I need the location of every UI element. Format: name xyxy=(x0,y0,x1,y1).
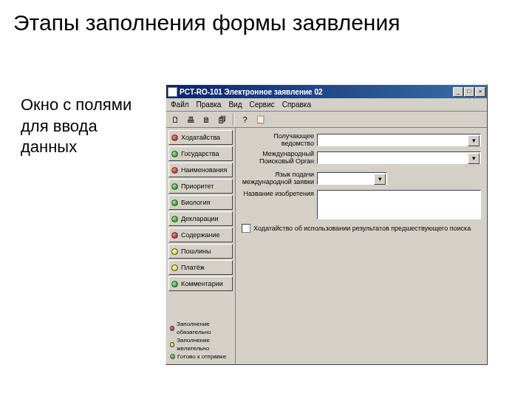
tab-label: Наименования xyxy=(181,166,227,174)
app-window: PCT-RO-101 Электронное заявление 02 _ □ … xyxy=(166,84,488,365)
menu-help[interactable]: Справка xyxy=(282,100,311,109)
legend-dot-icon xyxy=(170,326,174,331)
titlebar: PCT-RO-101 Электронное заявление 02 _ □ … xyxy=(166,85,487,98)
menubar: Файл Правка Вид Сервис Справка xyxy=(166,98,487,112)
legend-dot-icon xyxy=(170,354,175,359)
receiving-office-select[interactable] xyxy=(317,134,481,146)
menu-file[interactable]: Файл xyxy=(171,100,189,109)
status-dot-icon xyxy=(171,200,178,206)
tab-label: Платёж xyxy=(181,264,205,271)
tab-label: Государства xyxy=(181,150,219,157)
tab-label: Приоритет xyxy=(181,183,214,190)
minimize-button[interactable]: _ xyxy=(453,87,463,97)
copy-icon[interactable]: 🗐 xyxy=(216,113,228,126)
status-dot-icon xyxy=(171,167,178,174)
tab-biology[interactable]: Биология xyxy=(168,195,233,210)
prior-search-label: Ходатайство об использовании результатов… xyxy=(253,225,471,232)
legend-label: Заполнение обязательно xyxy=(177,320,233,336)
tab-label: Содержание xyxy=(181,231,220,239)
tab-states[interactable]: Государства xyxy=(168,146,233,161)
toolbar-separator xyxy=(233,114,234,126)
tab-declarations[interactable]: Декларации xyxy=(168,211,233,226)
app-icon xyxy=(168,87,177,97)
tab-petitions[interactable]: Ходатайства xyxy=(168,130,233,145)
preview-icon[interactable]: 🗎 xyxy=(200,113,213,126)
invention-title-label: Название изобретения xyxy=(242,190,317,197)
invention-title-input[interactable] xyxy=(317,190,481,219)
filing-language-label: Язык подачи международной заявки xyxy=(242,171,317,185)
status-legend: Заполнение обязательно Заполнение желате… xyxy=(168,318,233,362)
status-dot-icon xyxy=(171,216,178,222)
tab-label: Ходатайства xyxy=(181,134,220,141)
tab-names[interactable]: Наименования xyxy=(168,163,233,177)
maximize-button[interactable]: □ xyxy=(464,87,474,97)
receiving-office-label: Получающее ведомство xyxy=(242,132,317,147)
tab-label: Декларации xyxy=(181,215,219,222)
menu-service[interactable]: Сервис xyxy=(249,100,274,109)
toolbar: 🗋 🖶 🗎 🗐 ? 📋 xyxy=(166,112,487,128)
window-title: PCT-RO-101 Электронное заявление 02 xyxy=(180,88,453,96)
tab-fees[interactable]: Пошлины xyxy=(168,244,233,259)
legend-label: Готово к отправке xyxy=(177,352,226,361)
prior-search-checkbox[interactable] xyxy=(242,224,250,233)
intl-search-authority-select[interactable] xyxy=(317,151,481,164)
status-dot-icon xyxy=(171,265,178,271)
tab-label: Биология xyxy=(181,199,210,206)
legend-dot-icon xyxy=(170,342,174,347)
tab-label: Комментарии xyxy=(181,280,223,287)
intl-search-authority-label: Международный Поисковый Орган xyxy=(242,150,317,165)
tab-contents[interactable]: Содержание xyxy=(168,228,233,242)
slide-caption: Окно с полями для ввода данных xyxy=(21,95,146,158)
new-icon[interactable]: 🗋 xyxy=(169,113,182,126)
status-dot-icon xyxy=(171,134,178,141)
menu-view[interactable]: Вид xyxy=(228,100,242,109)
tab-payment[interactable]: Платёж xyxy=(168,260,233,275)
legend-label: Заполнение желательно xyxy=(177,336,233,352)
filing-language-select[interactable] xyxy=(317,172,387,185)
tab-label: Пошлины xyxy=(181,248,211,255)
status-dot-icon xyxy=(171,248,178,255)
tab-list: Ходатайства Государства Наименования При… xyxy=(166,128,236,364)
status-dot-icon xyxy=(171,232,178,239)
tab-priority[interactable]: Приоритет xyxy=(168,179,233,194)
menu-edit[interactable]: Правка xyxy=(197,100,222,109)
status-dot-icon xyxy=(171,281,178,287)
form-panel: Получающее ведомство Международный Поиск… xyxy=(236,128,487,364)
tab-comments[interactable]: Комментарии xyxy=(168,276,233,291)
print-icon[interactable]: 🖶 xyxy=(185,113,197,126)
status-dot-icon xyxy=(171,183,178,190)
help-icon[interactable]: ? xyxy=(239,113,251,126)
close-button[interactable]: × xyxy=(475,87,485,97)
status-dot-icon xyxy=(171,151,178,157)
slide-title: Этапы заполнения формы заявления xyxy=(0,0,532,43)
info-icon[interactable]: 📋 xyxy=(254,113,267,126)
